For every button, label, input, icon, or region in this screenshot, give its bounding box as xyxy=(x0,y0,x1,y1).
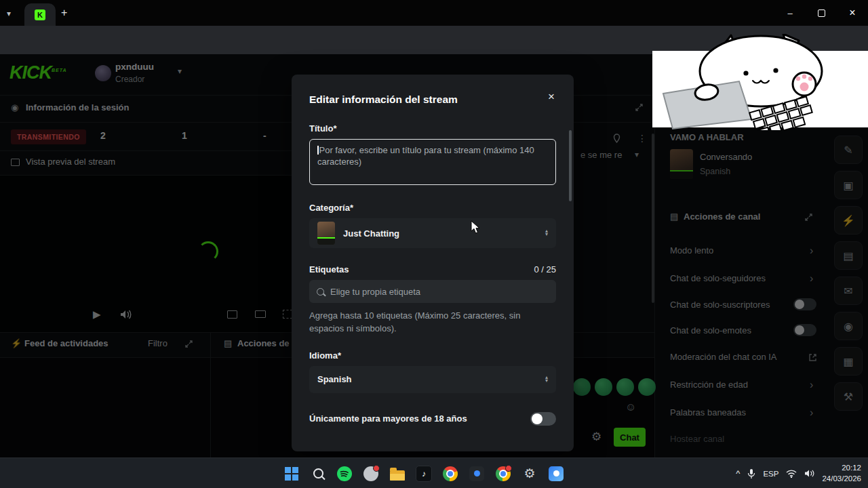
tray-chevron-up-icon[interactable]: ^ xyxy=(736,468,740,479)
spotify-button[interactable] xyxy=(336,466,353,482)
search-icon xyxy=(313,468,323,479)
categoria-label: Categoría* xyxy=(309,203,556,213)
app-icon xyxy=(469,466,484,481)
kick-favicon: K xyxy=(35,9,45,20)
mature-content-label: Únicamente para mayores de 18 años xyxy=(309,413,467,424)
idioma-label: Idioma* xyxy=(309,350,556,361)
gear-icon: ⚙ xyxy=(524,466,535,481)
chrome-icon xyxy=(443,466,458,481)
taskbar-search-button[interactable] xyxy=(310,466,326,482)
wifi-icon[interactable] xyxy=(786,470,797,478)
etiquetas-help-text: Agrega hasta 10 etiquetas (Máximo 25 car… xyxy=(309,310,556,336)
tab-search-chevron-icon[interactable]: ▾ xyxy=(7,9,11,18)
notification-dot xyxy=(505,465,512,472)
windows-logo-icon xyxy=(285,467,298,481)
window-controls: – × xyxy=(774,0,868,26)
etiquetas-label: Etiquetas xyxy=(309,264,349,274)
tiktok-icon: ♪ xyxy=(416,466,432,482)
start-button[interactable] xyxy=(283,466,300,482)
select-chevrons-icon: ▴▾ xyxy=(545,230,548,237)
mouse-cursor xyxy=(471,220,481,235)
language-indicator[interactable]: ESP xyxy=(763,470,778,478)
close-button[interactable]: × xyxy=(837,0,868,26)
volume-icon[interactable] xyxy=(804,469,814,478)
titulo-label: Título* xyxy=(309,123,556,134)
category-select[interactable]: Just Chatting ▴▾ xyxy=(309,218,556,248)
stream-title-input[interactable]: Por favor, escribe un título para tu str… xyxy=(309,139,556,185)
clock-time: 20:12 xyxy=(842,463,861,474)
tag-search-input[interactable]: Elige tu propia etiqueta xyxy=(309,280,556,303)
language-value: Spanish xyxy=(317,374,352,384)
settings-button[interactable]: ⚙ xyxy=(521,466,538,482)
modal-title: Editar información del stream xyxy=(292,75,574,106)
tag-search-placeholder: Elige tu propia etiqueta xyxy=(330,287,420,297)
maximize-button[interactable] xyxy=(806,0,837,26)
maximize-icon xyxy=(818,9,825,17)
notifications-app-button[interactable] xyxy=(363,466,379,482)
bongo-cat-overlay xyxy=(644,34,868,130)
minimize-button[interactable]: – xyxy=(774,0,806,26)
new-tab-button[interactable]: + xyxy=(61,7,67,19)
select-chevrons-icon: ▴▾ xyxy=(545,376,548,383)
edit-stream-info-modal: Editar información del stream × Título* … xyxy=(292,75,574,451)
search-icon xyxy=(317,288,324,296)
taskbar-icons: ♪ ⚙ xyxy=(283,458,564,488)
taskbar-clock[interactable]: 20:12 24/03/2026 xyxy=(822,463,861,484)
clock-date: 24/03/2026 xyxy=(822,474,861,485)
modal-close-button[interactable]: × xyxy=(544,89,559,104)
photos-app-button[interactable] xyxy=(548,466,564,482)
tiktok-button[interactable]: ♪ xyxy=(416,466,432,482)
notification-dot xyxy=(373,465,380,472)
chrome-button[interactable] xyxy=(442,466,458,482)
stream-title-placeholder: Por favor, escribe un título para tu str… xyxy=(317,145,534,167)
text-caret xyxy=(317,146,319,155)
screen: ▾ K + – × ← → ↻ dashboard.kick.com/moder… xyxy=(0,0,868,488)
chrome-profile-button[interactable] xyxy=(495,466,511,482)
category-thumbnail xyxy=(317,222,335,245)
category-value: Just Chatting xyxy=(343,228,399,239)
modal-scrollbar[interactable] xyxy=(569,130,572,201)
browser-tab[interactable]: K xyxy=(24,3,56,26)
folder-icon xyxy=(390,470,405,481)
spotify-icon xyxy=(337,466,352,481)
mature-content-toggle[interactable] xyxy=(530,412,556,426)
microphone-icon[interactable] xyxy=(747,468,755,479)
windows-taskbar: ♪ ⚙ ^ ESP 20:12 24/03/202 xyxy=(0,458,868,488)
dark-app-button[interactable] xyxy=(469,466,485,482)
language-select[interactable]: Spanish ▴▾ xyxy=(309,366,556,393)
photos-icon xyxy=(549,466,564,481)
etiquetas-counter: 0 / 25 xyxy=(534,264,556,274)
file-explorer-button[interactable] xyxy=(389,466,406,482)
browser-tab-strip: ▾ K + – × xyxy=(0,0,868,26)
system-tray: ^ ESP 20:12 24/03/2026 xyxy=(736,458,861,488)
